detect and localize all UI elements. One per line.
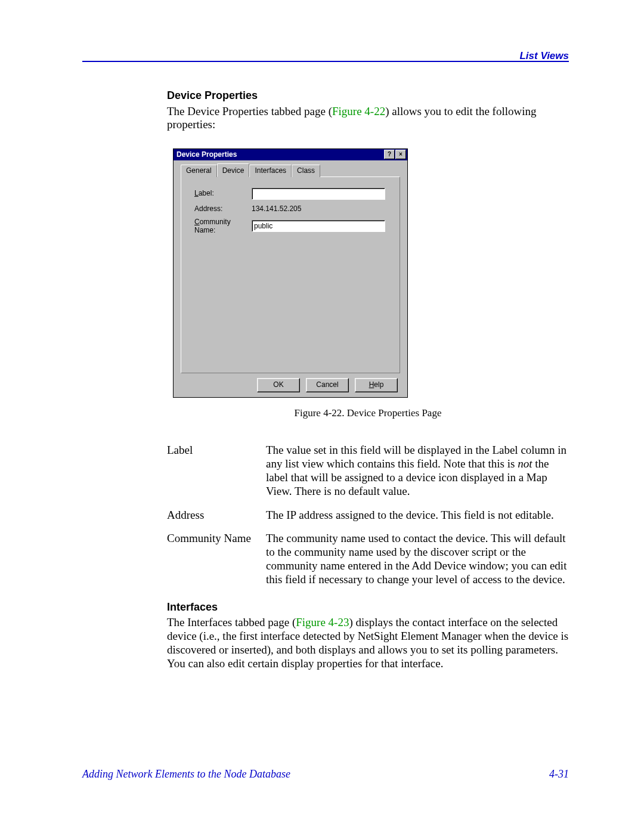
tab-interfaces[interactable]: Interfaces — [249, 165, 292, 176]
def-term-label: Label — [167, 443, 266, 508]
help-button[interactable]: Help — [355, 378, 398, 392]
section-title-interfaces: Interfaces — [167, 601, 569, 614]
footer-left: Adding Network Elements to the Node Data… — [82, 768, 290, 781]
dialog-body: General Device Interfaces Class Label: A… — [174, 160, 407, 397]
close-icon[interactable]: × — [395, 150, 406, 159]
community-input[interactable]: public — [252, 220, 385, 232]
label-underline: L — [194, 189, 199, 197]
figure-ref-4-22[interactable]: Figure 4-22 — [332, 105, 385, 117]
label-input[interactable] — [252, 188, 385, 200]
address-value: 134.141.52.205 — [252, 205, 301, 213]
tab-general[interactable]: General — [181, 165, 217, 176]
community-underline: C — [194, 218, 200, 226]
community-label: Community Name: — [194, 218, 252, 235]
def-desc-community: The community name used to contact the d… — [266, 531, 569, 596]
section2-text-before: The Interfaces tabbed page ( — [167, 616, 296, 628]
table-row: Community Name The community name used t… — [167, 531, 569, 596]
figure-caption: Figure 4-22. Device Properties Page — [167, 407, 569, 419]
tab-class[interactable]: Class — [292, 165, 320, 176]
def-term-community: Community Name — [167, 531, 266, 596]
footer-right: 4-31 — [549, 768, 569, 781]
tab-device[interactable]: Device — [217, 163, 250, 176]
row-address: Address: 134.141.52.205 — [194, 205, 391, 213]
def-desc-label: The value set in this field will be disp… — [266, 443, 569, 508]
ok-button[interactable]: OK — [257, 378, 300, 392]
section1-text-before: The Device Properties tabbed page ( — [167, 105, 332, 117]
label-label: Label: — [194, 189, 252, 197]
table-row: Label The value set in this field will b… — [167, 443, 569, 508]
section-title-device-properties: Device Properties — [167, 89, 569, 103]
def0-part1-italic: not — [518, 457, 532, 470]
table-row: Address The IP address assigned to the d… — [167, 508, 569, 531]
community-rest: ommunity Name: — [194, 218, 231, 234]
section2-paragraph: The Interfaces tabbed page (Figure 4-23)… — [167, 616, 569, 670]
tabs-wrap: General Device Interfaces Class Label: A… — [181, 164, 400, 373]
dialog-title: Device Properties — [177, 150, 237, 159]
cancel-button[interactable]: Cancel — [306, 378, 349, 392]
definitions-table: Label The value set in this field will b… — [167, 443, 569, 596]
titlebar-buttons: ? × — [384, 150, 406, 159]
figure-ref-4-23[interactable]: Figure 4-23 — [296, 616, 349, 628]
tab-panel-device: Label: Address: 134.141.52.205 Community… — [181, 176, 400, 373]
document-page: List Views Device Properties The Device … — [0, 0, 644, 833]
dialog-button-row: OK Cancel Help — [177, 373, 404, 392]
help-rest: elp — [374, 380, 383, 389]
row-label: Label: — [194, 188, 391, 200]
label-rest: abel: — [199, 189, 214, 197]
main-content: Device Properties The Device Properties … — [167, 89, 569, 681]
tab-strip: General Device Interfaces Class — [181, 165, 400, 176]
def-desc-address: The IP address assigned to the device. T… — [266, 508, 569, 531]
header-rule — [82, 61, 569, 62]
section1-paragraph: The Device Properties tabbed page (Figur… — [167, 105, 569, 132]
address-label: Address: — [194, 205, 252, 213]
device-properties-dialog: Device Properties ? × General Device Int… — [173, 148, 408, 397]
dialog-titlebar: Device Properties ? × — [174, 149, 407, 160]
row-community: Community Name: public — [194, 218, 391, 235]
help-icon[interactable]: ? — [384, 150, 395, 159]
def-term-address: Address — [167, 508, 266, 531]
header-section-label: List Views — [519, 50, 569, 62]
